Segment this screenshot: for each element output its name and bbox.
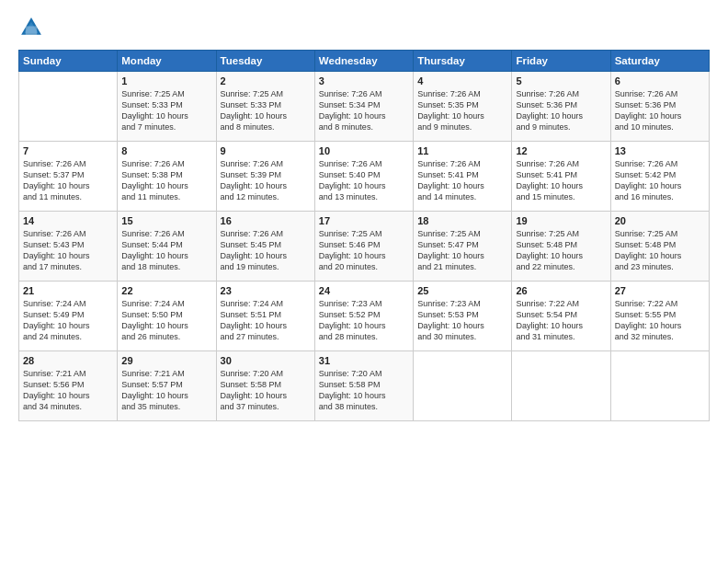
- header-cell-thursday: Thursday: [414, 51, 512, 72]
- day-number: 25: [417, 285, 507, 296]
- day-number: 19: [516, 215, 606, 226]
- header-cell-wednesday: Wednesday: [314, 51, 413, 72]
- day-info: Sunrise: 7:25 AM Sunset: 5:46 PM Dayligh…: [319, 228, 409, 273]
- day-cell: 4Sunrise: 7:26 AM Sunset: 5:35 PM Daylig…: [414, 72, 512, 142]
- day-info: Sunrise: 7:26 AM Sunset: 5:40 PM Dayligh…: [319, 158, 409, 203]
- day-info: Sunrise: 7:25 AM Sunset: 5:33 PM Dayligh…: [121, 88, 211, 133]
- day-cell: [512, 351, 610, 421]
- day-number: 17: [319, 215, 409, 226]
- day-cell: 27Sunrise: 7:22 AM Sunset: 5:55 PM Dayli…: [610, 282, 709, 351]
- day-number: 6: [615, 75, 705, 86]
- day-info: Sunrise: 7:25 AM Sunset: 5:33 PM Dayligh…: [221, 88, 311, 133]
- logo-icon: [18, 15, 44, 40]
- day-cell: 14Sunrise: 7:26 AM Sunset: 5:43 PM Dayli…: [19, 212, 118, 282]
- day-info: Sunrise: 7:23 AM Sunset: 5:52 PM Dayligh…: [319, 298, 409, 343]
- day-cell: 3Sunrise: 7:26 AM Sunset: 5:34 PM Daylig…: [314, 72, 413, 142]
- day-number: 11: [417, 145, 507, 156]
- day-number: 12: [516, 145, 606, 156]
- day-info: Sunrise: 7:26 AM Sunset: 5:37 PM Dayligh…: [23, 158, 113, 203]
- day-info: Sunrise: 7:21 AM Sunset: 5:56 PM Dayligh…: [23, 368, 113, 413]
- header-cell-friday: Friday: [512, 51, 610, 72]
- day-info: Sunrise: 7:26 AM Sunset: 5:39 PM Dayligh…: [221, 158, 311, 203]
- day-cell: 7Sunrise: 7:26 AM Sunset: 5:37 PM Daylig…: [19, 142, 118, 212]
- day-info: Sunrise: 7:26 AM Sunset: 5:35 PM Dayligh…: [417, 88, 507, 133]
- day-number: 5: [516, 75, 606, 86]
- day-cell: 25Sunrise: 7:23 AM Sunset: 5:53 PM Dayli…: [414, 282, 512, 351]
- day-number: 18: [417, 215, 507, 226]
- week-row-5: 28Sunrise: 7:21 AM Sunset: 5:56 PM Dayli…: [19, 351, 710, 421]
- day-number: 1: [121, 75, 211, 86]
- day-cell: 17Sunrise: 7:25 AM Sunset: 5:46 PM Dayli…: [314, 212, 413, 282]
- day-number: 27: [615, 285, 705, 296]
- day-cell: 24Sunrise: 7:23 AM Sunset: 5:52 PM Dayli…: [314, 282, 413, 351]
- day-cell: 5Sunrise: 7:26 AM Sunset: 5:36 PM Daylig…: [512, 72, 610, 142]
- day-number: 14: [23, 215, 113, 226]
- day-info: Sunrise: 7:26 AM Sunset: 5:44 PM Dayligh…: [121, 228, 211, 273]
- day-info: Sunrise: 7:26 AM Sunset: 5:41 PM Dayligh…: [516, 158, 606, 203]
- day-cell: 19Sunrise: 7:25 AM Sunset: 5:48 PM Dayli…: [512, 212, 610, 282]
- day-cell: 12Sunrise: 7:26 AM Sunset: 5:41 PM Dayli…: [512, 142, 610, 212]
- day-cell: 1Sunrise: 7:25 AM Sunset: 5:33 PM Daylig…: [118, 72, 216, 142]
- day-cell: 23Sunrise: 7:24 AM Sunset: 5:51 PM Dayli…: [216, 282, 314, 351]
- day-info: Sunrise: 7:26 AM Sunset: 5:45 PM Dayligh…: [221, 228, 311, 273]
- week-row-1: 1Sunrise: 7:25 AM Sunset: 5:33 PM Daylig…: [19, 72, 710, 142]
- day-number: 3: [319, 75, 409, 86]
- day-cell: 31Sunrise: 7:20 AM Sunset: 5:58 PM Dayli…: [314, 351, 413, 421]
- day-info: Sunrise: 7:24 AM Sunset: 5:49 PM Dayligh…: [23, 298, 113, 343]
- day-info: Sunrise: 7:22 AM Sunset: 5:54 PM Dayligh…: [516, 298, 606, 343]
- day-info: Sunrise: 7:20 AM Sunset: 5:58 PM Dayligh…: [319, 368, 409, 413]
- day-number: 2: [221, 75, 311, 86]
- day-cell: 18Sunrise: 7:25 AM Sunset: 5:47 PM Dayli…: [414, 212, 512, 282]
- calendar-table: SundayMondayTuesdayWednesdayThursdayFrid…: [18, 50, 710, 421]
- logo: [18, 15, 48, 40]
- day-info: Sunrise: 7:26 AM Sunset: 5:38 PM Dayligh…: [121, 158, 211, 203]
- day-info: Sunrise: 7:26 AM Sunset: 5:41 PM Dayligh…: [417, 158, 507, 203]
- day-cell: 2Sunrise: 7:25 AM Sunset: 5:33 PM Daylig…: [216, 72, 314, 142]
- day-info: Sunrise: 7:26 AM Sunset: 5:43 PM Dayligh…: [23, 228, 113, 273]
- header-cell-monday: Monday: [118, 51, 216, 72]
- day-cell: 20Sunrise: 7:25 AM Sunset: 5:48 PM Dayli…: [610, 212, 709, 282]
- day-info: Sunrise: 7:26 AM Sunset: 5:36 PM Dayligh…: [615, 88, 705, 133]
- day-cell: [414, 351, 512, 421]
- day-number: 28: [23, 355, 113, 366]
- day-cell: 21Sunrise: 7:24 AM Sunset: 5:49 PM Dayli…: [19, 282, 118, 351]
- day-cell: 15Sunrise: 7:26 AM Sunset: 5:44 PM Dayli…: [118, 212, 216, 282]
- day-info: Sunrise: 7:26 AM Sunset: 5:42 PM Dayligh…: [615, 158, 705, 203]
- day-info: Sunrise: 7:22 AM Sunset: 5:55 PM Dayligh…: [615, 298, 705, 343]
- header-cell-sunday: Sunday: [19, 51, 118, 72]
- day-cell: 9Sunrise: 7:26 AM Sunset: 5:39 PM Daylig…: [216, 142, 314, 212]
- day-cell: 28Sunrise: 7:21 AM Sunset: 5:56 PM Dayli…: [19, 351, 118, 421]
- day-number: 21: [23, 285, 113, 296]
- day-cell: [19, 72, 118, 142]
- day-info: Sunrise: 7:25 AM Sunset: 5:48 PM Dayligh…: [516, 228, 606, 273]
- svg-rect-2: [26, 26, 37, 34]
- day-number: 31: [319, 355, 409, 366]
- day-number: 24: [319, 285, 409, 296]
- day-cell: 16Sunrise: 7:26 AM Sunset: 5:45 PM Dayli…: [216, 212, 314, 282]
- day-cell: 26Sunrise: 7:22 AM Sunset: 5:54 PM Dayli…: [512, 282, 610, 351]
- day-number: 15: [121, 215, 211, 226]
- day-number: 8: [121, 145, 211, 156]
- day-info: Sunrise: 7:24 AM Sunset: 5:51 PM Dayligh…: [221, 298, 311, 343]
- day-number: 4: [417, 75, 507, 86]
- day-number: 29: [121, 355, 211, 366]
- page-header: [18, 15, 710, 40]
- day-cell: 11Sunrise: 7:26 AM Sunset: 5:41 PM Dayli…: [414, 142, 512, 212]
- week-row-4: 21Sunrise: 7:24 AM Sunset: 5:49 PM Dayli…: [19, 282, 710, 351]
- day-info: Sunrise: 7:25 AM Sunset: 5:48 PM Dayligh…: [615, 228, 705, 273]
- day-number: 23: [221, 285, 311, 296]
- day-cell: 29Sunrise: 7:21 AM Sunset: 5:57 PM Dayli…: [118, 351, 216, 421]
- day-number: 10: [319, 145, 409, 156]
- day-info: Sunrise: 7:26 AM Sunset: 5:36 PM Dayligh…: [516, 88, 606, 133]
- week-row-3: 14Sunrise: 7:26 AM Sunset: 5:43 PM Dayli…: [19, 212, 710, 282]
- day-number: 22: [121, 285, 211, 296]
- day-number: 7: [23, 145, 113, 156]
- header-cell-saturday: Saturday: [610, 51, 709, 72]
- day-info: Sunrise: 7:20 AM Sunset: 5:58 PM Dayligh…: [221, 368, 311, 413]
- day-cell: 22Sunrise: 7:24 AM Sunset: 5:50 PM Dayli…: [118, 282, 216, 351]
- day-info: Sunrise: 7:21 AM Sunset: 5:57 PM Dayligh…: [121, 368, 211, 413]
- header-cell-tuesday: Tuesday: [216, 51, 314, 72]
- day-number: 30: [221, 355, 311, 366]
- day-number: 26: [516, 285, 606, 296]
- day-number: 13: [615, 145, 705, 156]
